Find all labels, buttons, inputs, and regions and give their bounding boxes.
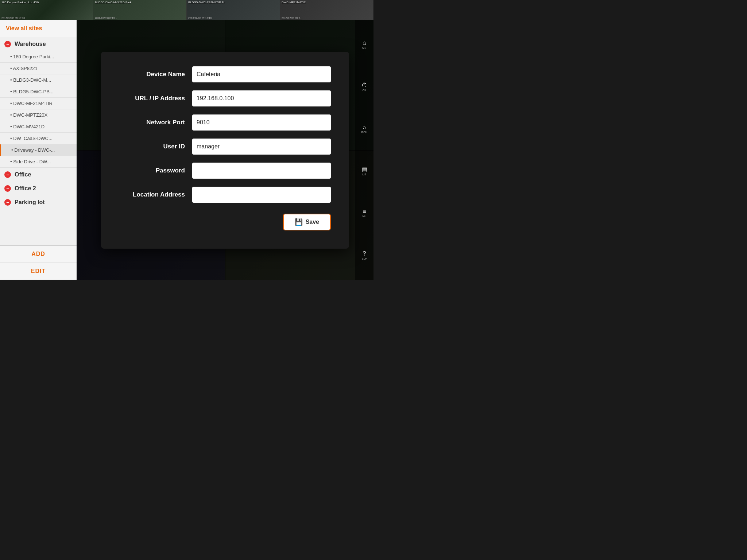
save-label: Save bbox=[306, 219, 319, 225]
office-label: Office bbox=[15, 171, 31, 178]
clock-icon: ⏱ bbox=[361, 82, 367, 88]
device-axisp8221[interactable]: • AXISP8221 bbox=[0, 63, 77, 74]
add-button[interactable]: ADD bbox=[0, 246, 77, 263]
user-id-input[interactable] bbox=[192, 139, 331, 155]
device-name-input[interactable] bbox=[192, 66, 331, 82]
clock-icon-label: CK bbox=[363, 89, 367, 92]
playlist-icon-item[interactable]: ▤ LIT bbox=[361, 164, 368, 178]
location-address-row: Location Address bbox=[119, 187, 331, 203]
search-icon-label: RCH bbox=[361, 131, 368, 133]
device-dwc-mptz[interactable]: • DWC-MPTZ20X bbox=[0, 109, 77, 121]
view-all-sites-button[interactable]: View all sites bbox=[0, 20, 77, 37]
parking-label: Parking lot bbox=[15, 199, 45, 206]
location-address-input[interactable] bbox=[192, 187, 331, 203]
network-port-input[interactable] bbox=[192, 114, 331, 131]
playlist-icon: ▤ bbox=[362, 167, 367, 172]
device-name-row: Device Name bbox=[119, 66, 331, 82]
device-driveway[interactable]: • Driveway - DWC-... bbox=[0, 144, 77, 156]
office-red-dot bbox=[4, 171, 11, 178]
sidebar-section-office2[interactable]: Office 2 bbox=[0, 182, 77, 195]
device-bldg5-pb[interactable]: • BLDG5-DWC-PB... bbox=[0, 86, 77, 98]
network-port-label: Network Port bbox=[119, 119, 192, 126]
playlist-icon-label: LIT bbox=[362, 173, 367, 176]
device-dwc-mv421d[interactable]: • DWC-MV421D bbox=[0, 121, 77, 133]
right-panel: Device Name URL / IP Address Network Por… bbox=[77, 20, 374, 280]
right-icons-panel: ⌂ ME ⏱ CK ⌕ RCH ▤ LIT ≡ NU ? ELP bbox=[355, 20, 374, 280]
user-id-row: User ID bbox=[119, 139, 331, 155]
help-icon: ? bbox=[363, 251, 366, 257]
password-input[interactable] bbox=[192, 163, 331, 179]
url-input[interactable] bbox=[192, 90, 331, 106]
camera-thumb-2[interactable]: BLDG5-DWC-MV421D Park 2016/02/03 09:13..… bbox=[93, 0, 187, 20]
warehouse-label: Warehouse bbox=[15, 41, 46, 47]
office2-red-dot bbox=[4, 185, 11, 192]
help-icon-label: ELP bbox=[362, 257, 367, 260]
device-dwc-mf21[interactable]: • DWC-MF21M4TIR bbox=[0, 98, 77, 109]
modal-footer: 💾 Save bbox=[119, 214, 331, 230]
device-form-modal: Device Name URL / IP Address Network Por… bbox=[101, 52, 349, 249]
network-port-row: Network Port bbox=[119, 114, 331, 131]
help-icon-item[interactable]: ? ELP bbox=[361, 249, 368, 262]
camera-thumb-4[interactable]: DWC-MF21M4TIR 2016/02/03 09:0... bbox=[280, 0, 374, 20]
sidebar: View all sites Warehouse • 180 Degree Pa… bbox=[0, 20, 77, 280]
url-label: URL / IP Address bbox=[119, 95, 192, 102]
main-area: View all sites Warehouse • 180 Degree Pa… bbox=[0, 20, 374, 280]
user-id-label: User ID bbox=[119, 143, 192, 150]
menu-icon: ≡ bbox=[363, 209, 366, 214]
camera-label-3: BLDG5-DWC-PB2M4TIR Fr bbox=[188, 1, 225, 4]
menu-icon-label: NU bbox=[362, 215, 366, 218]
camera-time-3: 2016/02/03 09:13:10 bbox=[188, 17, 212, 19]
device-dw-caas[interactable]: • DW_CaaS-DWC... bbox=[0, 133, 77, 144]
modal-overlay: Device Name URL / IP Address Network Por… bbox=[77, 20, 374, 280]
password-label: Password bbox=[119, 167, 192, 174]
save-icon: 💾 bbox=[295, 218, 303, 226]
camera-time-1: 2016/02/03 09:13:10 bbox=[1, 17, 25, 19]
edit-button[interactable]: EDIT bbox=[0, 263, 77, 280]
device-side-drive[interactable]: • Side Drive - DW... bbox=[0, 156, 77, 168]
menu-icon-item[interactable]: ≡ NU bbox=[361, 206, 367, 220]
office2-label: Office 2 bbox=[15, 185, 36, 192]
search-icon: ⌕ bbox=[363, 124, 366, 130]
camera-time-4: 2016/02/03 09:0... bbox=[282, 17, 302, 19]
sidebar-actions: ADD EDIT bbox=[0, 245, 77, 280]
clock-icon-item[interactable]: ⏱ CK bbox=[361, 80, 368, 94]
url-row: URL / IP Address bbox=[119, 90, 331, 106]
device-180-degree[interactable]: • 180 Degree Parki... bbox=[0, 51, 77, 63]
warehouse-red-dot bbox=[4, 41, 11, 47]
home-icon-item[interactable]: ⌂ ME bbox=[361, 38, 367, 51]
camera-label-2: BLDG5-DWC-MV421D Park bbox=[95, 1, 131, 4]
save-button[interactable]: 💾 Save bbox=[283, 214, 331, 230]
camera-thumb-1[interactable]: 180 Degree Parking Lot -DW 2016/02/03 09… bbox=[0, 0, 93, 20]
sidebar-section-office[interactable]: Office bbox=[0, 168, 77, 182]
parking-red-dot bbox=[4, 199, 11, 206]
camera-label-4: DWC-MF21M4TIR bbox=[282, 1, 306, 4]
camera-strip: 180 Degree Parking Lot -DW 2016/02/03 09… bbox=[0, 0, 374, 20]
sidebar-section-warehouse[interactable]: Warehouse bbox=[0, 37, 77, 51]
camera-time-2: 2016/02/03 09:13... bbox=[95, 17, 117, 19]
home-icon-label: ME bbox=[362, 47, 367, 49]
device-name-label: Device Name bbox=[119, 71, 192, 78]
camera-label-1: 180 Degree Parking Lot -DW bbox=[1, 1, 39, 4]
home-icon: ⌂ bbox=[363, 40, 366, 46]
camera-thumb-3[interactable]: BLDG5-DWC-PB2M4TIR Fr 2016/02/03 09:13:1… bbox=[187, 0, 280, 20]
location-address-label: Location Address bbox=[119, 191, 192, 198]
password-row: Password bbox=[119, 163, 331, 179]
search-icon-item[interactable]: ⌕ RCH bbox=[361, 122, 368, 136]
sidebar-section-parking[interactable]: Parking lot bbox=[0, 195, 77, 209]
device-bldg3[interactable]: • BLDG3-DWC-M... bbox=[0, 74, 77, 86]
